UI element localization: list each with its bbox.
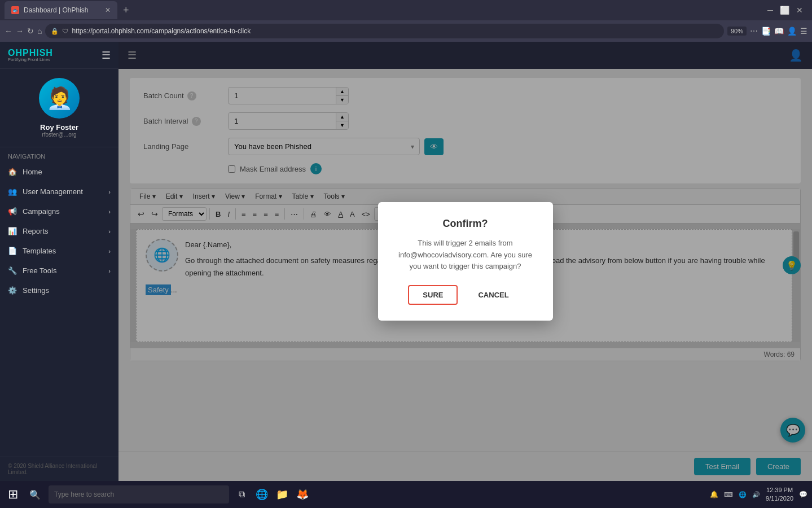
modal-actions: SURE CANCEL <box>393 285 538 305</box>
chevron-right-icon: › <box>108 189 111 195</box>
taskbar-search <box>49 485 229 503</box>
home-icon: 🏠 <box>8 168 17 176</box>
avatar: 🧑‍💼 <box>39 78 80 119</box>
modal-overlay: Confirm? This will trigger 2 emails from… <box>118 42 812 481</box>
back-button[interactable]: ← <box>5 27 12 36</box>
chevron-right-icon3: › <box>108 228 111 235</box>
menu-icon[interactable]: ☰ <box>800 27 807 36</box>
tools-icon: 🔧 <box>8 266 17 275</box>
chevron-right-icon2: › <box>108 208 111 215</box>
home-button[interactable]: ⌂ <box>37 27 42 36</box>
maximize-button[interactable]: ⬜ <box>780 6 789 15</box>
user-name: Roy Foster <box>40 123 78 132</box>
sidebar-item-free-tools[interactable]: 🔧 Free Tools › <box>0 261 118 281</box>
sidebar-item-home[interactable]: 🏠 Home <box>0 162 118 182</box>
sidebar-footer: © 2020 Shield Alliance International Lim… <box>0 457 118 481</box>
logo-subtitle: Fortifying Front Lines <box>8 58 53 62</box>
chevron-right-icon4: › <box>108 248 111 255</box>
tab-favicon: 🐟 <box>11 6 19 14</box>
refresh-button[interactable]: ↻ <box>27 27 34 36</box>
account-icon[interactable]: 👤 <box>787 27 797 36</box>
new-tab-button[interactable]: + <box>120 5 133 16</box>
taskbar-ie-icon[interactable]: 🌐 <box>254 487 270 502</box>
cortana-button[interactable]: 🔍 <box>26 488 44 501</box>
confirm-modal: Confirm? This will trigger 2 emails from… <box>378 202 553 321</box>
sidebar-item-reports[interactable]: 📊 Reports › <box>0 221 118 241</box>
forward-button[interactable]: → <box>16 27 24 36</box>
shield-icon: 🛡 <box>62 28 68 34</box>
start-button[interactable]: ⊞ <box>5 486 21 503</box>
sidebar: OHPHISH Fortifying Front Lines ☰ 🧑‍💼 Roy… <box>0 42 118 481</box>
modal-title: Confirm? <box>393 218 538 230</box>
address-input[interactable] <box>72 27 718 35</box>
tab-close-icon[interactable]: ✕ <box>105 6 111 14</box>
zoom-badge: 90% <box>727 27 747 36</box>
settings-icon: ⚙️ <box>8 286 17 295</box>
taskbar-time: 12:39 PM <box>766 486 793 494</box>
nav-list: 🏠 Home 👥 User Management › 📢 Campaigns ›… <box>0 162 118 457</box>
taskbar: ⊞ 🔍 ⧉ 🌐 📁 🦊 🔔 ⌨ 🌐 🔊 12:39 PM 9/11/2020 💬 <box>0 481 812 508</box>
modal-body: This will trigger 2 emails from info@who… <box>393 238 538 273</box>
user-email: rfoster@...org <box>42 132 76 138</box>
reports-icon: 📊 <box>8 227 17 235</box>
sidebar-item-user-management[interactable]: 👥 User Management › <box>0 182 118 202</box>
taskbar-date: 9/11/2020 <box>766 494 793 503</box>
taskbar-network-icon[interactable]: 🌐 <box>739 491 747 498</box>
minimize-button[interactable]: ─ <box>767 6 773 15</box>
nav-section-title: Navigation <box>0 147 118 162</box>
taskbar-action-center-icon[interactable]: 💬 <box>799 491 807 498</box>
users-icon: 👥 <box>8 187 17 196</box>
taskbar-task-view[interactable]: ⧉ <box>234 487 249 502</box>
tab-title: Dashboard | OhPhish <box>24 6 89 14</box>
sidebar-item-settings[interactable]: ⚙️ Settings <box>0 281 118 300</box>
cancel-button[interactable]: CANCEL <box>464 285 522 305</box>
sidebar-item-campaigns[interactable]: 📢 Campaigns › <box>0 202 118 221</box>
security-icon: 🔒 <box>51 28 59 35</box>
close-button[interactable]: ✕ <box>796 6 803 15</box>
more-options-icon[interactable]: ⋯ <box>750 27 758 36</box>
sure-button[interactable]: SURE <box>408 285 458 305</box>
taskbar-search-input[interactable] <box>54 491 223 498</box>
sidebar-item-templates[interactable]: 📄 Templates › <box>0 241 118 261</box>
bookmarks-icon[interactable]: 📑 <box>761 27 771 36</box>
taskbar-firefox-icon[interactable]: 🦊 <box>295 487 310 502</box>
browser-tab[interactable]: 🐟 Dashboard | OhPhish ✕ <box>5 1 117 19</box>
taskbar-folder-icon[interactable]: 📁 <box>274 487 290 502</box>
templates-icon: 📄 <box>8 247 17 255</box>
hamburger-button[interactable]: ☰ <box>102 49 111 62</box>
taskbar-keyboard-icon[interactable]: ⌨ <box>724 491 733 498</box>
campaigns-icon: 📢 <box>8 207 17 216</box>
chevron-right-icon5: › <box>108 268 111 274</box>
sidebar-profile: 🧑‍💼 Roy Foster rfoster@...org <box>0 69 118 147</box>
reading-mode-icon[interactable]: 📖 <box>774 27 784 36</box>
taskbar-notifications-icon[interactable]: 🔔 <box>710 491 718 498</box>
taskbar-volume-icon[interactable]: 🔊 <box>752 491 760 498</box>
taskbar-right: 🔔 ⌨ 🌐 🔊 12:39 PM 9/11/2020 💬 <box>710 486 807 503</box>
taskbar-clock[interactable]: 12:39 PM 9/11/2020 <box>766 486 793 503</box>
logo-text: OHPHISH <box>8 49 53 58</box>
